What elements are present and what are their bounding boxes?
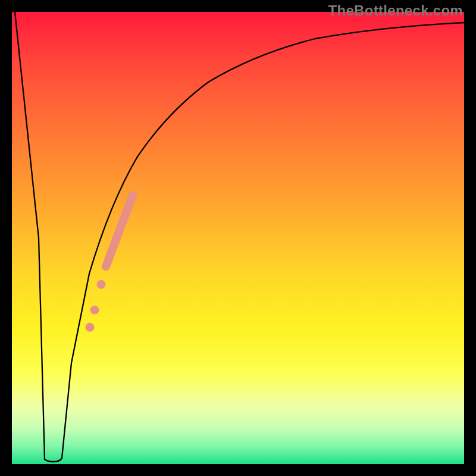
curve-marker-dot bbox=[86, 323, 94, 331]
plot-area bbox=[12, 12, 464, 464]
chart-frame: TheBottleneck.com bbox=[0, 0, 476, 476]
curve-marker-dot bbox=[97, 280, 105, 289]
curve-marker-segment bbox=[106, 195, 133, 267]
chart-overlay-svg bbox=[12, 12, 464, 464]
watermark-text: TheBottleneck.com bbox=[328, 2, 463, 19]
bottleneck-curve bbox=[15, 12, 464, 462]
curve-marker-dot bbox=[90, 306, 99, 314]
curve-marker-group bbox=[86, 195, 133, 331]
